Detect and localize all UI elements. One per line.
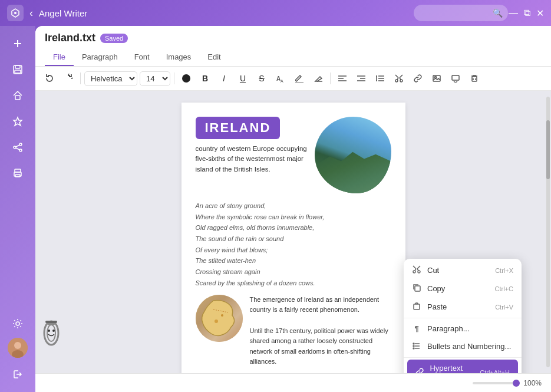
doc-page: IRELAND country of western Europe occupy… xyxy=(182,103,405,373)
svg-point-18 xyxy=(14,342,21,349)
back-button[interactable]: ‹ xyxy=(29,7,33,19)
ireland-map xyxy=(196,295,243,342)
ireland-description: country of western Europe occupying five… xyxy=(196,144,308,174)
copy-label: Copy xyxy=(427,284,445,293)
tab-images[interactable]: Images xyxy=(158,49,200,66)
zoom-slider[interactable] xyxy=(473,382,520,384)
status-bar: 100% xyxy=(35,373,551,392)
main-layout: Ireland.txt Saved File Paragraph Font Im… xyxy=(0,26,551,392)
svg-point-35 xyxy=(400,80,402,82)
svg-rect-39 xyxy=(472,77,477,81)
context-menu-bullets[interactable]: Bullets and Numbering... xyxy=(404,337,522,355)
tab-edit[interactable]: Edit xyxy=(199,49,229,66)
info-text-group: The emergence of Ireland as an independe… xyxy=(250,295,391,368)
zoom-bar: 100% xyxy=(473,379,542,387)
copy-icon xyxy=(412,284,421,294)
user-avatar[interactable] xyxy=(8,338,28,358)
svg-point-45 xyxy=(52,330,55,332)
sidebar-item-home[interactable] xyxy=(6,84,29,107)
map-inner xyxy=(196,295,243,342)
cut-shortcut: Ctrl+X xyxy=(495,267,513,274)
eraser-button[interactable] xyxy=(310,70,326,87)
highlight-button[interactable] xyxy=(291,70,308,87)
toolbar: Helvetica 14 B I U S A A xyxy=(35,67,551,91)
italic-button[interactable]: I xyxy=(216,70,232,87)
sidebar-item-print[interactable] xyxy=(6,162,29,185)
sidebar-item-share[interactable] xyxy=(6,136,29,159)
context-menu-paste[interactable]: Paste Ctrl+V xyxy=(404,298,522,316)
sidebar-item-favorites[interactable] xyxy=(6,110,29,133)
font-selector[interactable]: Helvetica xyxy=(84,71,137,86)
svg-rect-6 xyxy=(15,95,20,100)
undo-button[interactable] xyxy=(41,70,58,87)
tab-paragraph[interactable]: Paragraph xyxy=(74,49,126,66)
ireland-left: IRELAND country of western Europe occupy… xyxy=(196,117,308,174)
close-button[interactable]: ✕ xyxy=(536,8,544,19)
poem-line-3: Old ragged elms, old thorns innumerable, xyxy=(196,222,391,233)
svg-rect-5 xyxy=(15,70,21,73)
context-menu-divider-2 xyxy=(404,357,522,358)
size-selector[interactable]: 14 xyxy=(140,71,170,86)
svg-rect-53 xyxy=(415,286,420,291)
paragraph-icon: ¶ xyxy=(412,324,421,333)
tab-file[interactable]: File xyxy=(45,49,74,66)
strikethrough-button[interactable]: S xyxy=(253,70,270,87)
poem-line-8: Scared by the splashing of a dozen cows. xyxy=(196,278,391,289)
line-spacing-button[interactable] xyxy=(372,70,388,87)
svg-point-52 xyxy=(418,271,420,273)
sidebar-item-save[interactable] xyxy=(6,58,29,81)
svg-point-50 xyxy=(221,314,223,317)
maximize-button[interactable]: ⧉ xyxy=(524,8,530,19)
divider-1 xyxy=(80,73,81,84)
bold-button[interactable]: B xyxy=(197,70,213,87)
minimize-button[interactable]: — xyxy=(509,8,518,19)
cut-icon xyxy=(412,265,421,275)
fontsize-button[interactable]: A A xyxy=(272,70,289,87)
poem-section: An acre of stony ground, Where the symbo… xyxy=(196,200,391,289)
hyperlink-icon xyxy=(415,368,424,374)
context-menu-paragraph[interactable]: ¶ Paragraph... xyxy=(404,320,522,337)
svg-marker-7 xyxy=(14,117,22,126)
annotation-button[interactable] xyxy=(447,70,464,87)
text-color-button[interactable] xyxy=(178,70,194,87)
info-text-1: The emergence of Ireland as an independe… xyxy=(250,295,391,315)
svg-point-43 xyxy=(47,325,55,341)
context-menu-hyperlink[interactable]: Hypertext Link Ctrl+Alt+H 👆 xyxy=(407,360,518,373)
doc-filename: Ireland.txt xyxy=(45,32,95,44)
image-button[interactable] xyxy=(428,70,445,87)
poem-line-2: Where the symbolic rose can break in flo… xyxy=(196,212,391,223)
svg-point-59 xyxy=(413,345,414,347)
link-button[interactable] xyxy=(410,70,426,87)
scrollbar-thumb[interactable] xyxy=(546,120,550,179)
underline-button[interactable]: U xyxy=(235,70,251,87)
context-menu-cut[interactable]: Cut Ctrl+X xyxy=(404,261,522,279)
redo-button[interactable] xyxy=(60,70,77,87)
sidebar-item-add[interactable] xyxy=(6,32,29,55)
align-left-button[interactable] xyxy=(334,70,351,87)
copy-shortcut: Ctrl+C xyxy=(495,285,513,292)
hyperlink-shortcut: Ctrl+Alt+H xyxy=(480,369,510,373)
cut-label: Cut xyxy=(427,266,439,275)
tab-font[interactable]: Font xyxy=(126,49,158,66)
sidebar-item-logout[interactable] xyxy=(6,363,29,386)
context-menu-copy[interactable]: Copy Ctrl+C xyxy=(404,279,522,298)
ireland-header: IRELAND country of western Europe occupy… xyxy=(196,117,391,193)
paste-shortcut: Ctrl+V xyxy=(495,304,513,311)
app-logo xyxy=(7,5,24,21)
svg-point-34 xyxy=(395,80,398,82)
photo-inner xyxy=(315,117,391,193)
align-right-button[interactable] xyxy=(353,70,369,87)
cliff-silhouette xyxy=(315,147,391,193)
scrollbar-track[interactable] xyxy=(546,97,550,367)
sidebar-item-settings[interactable] xyxy=(6,312,29,335)
delete-button[interactable] xyxy=(466,70,483,87)
cut-button[interactable] xyxy=(391,70,407,87)
svg-point-60 xyxy=(413,348,414,349)
paste-label: Paste xyxy=(427,302,447,311)
search-input[interactable] xyxy=(414,5,508,21)
ireland-title: IRELAND xyxy=(196,117,281,139)
svg-point-44 xyxy=(48,330,50,332)
editor-area[interactable]: IRELAND country of western Europe occupy… xyxy=(35,91,551,373)
paragraph-label: Paragraph... xyxy=(427,324,470,333)
app-title: Angel Writer xyxy=(39,8,220,18)
